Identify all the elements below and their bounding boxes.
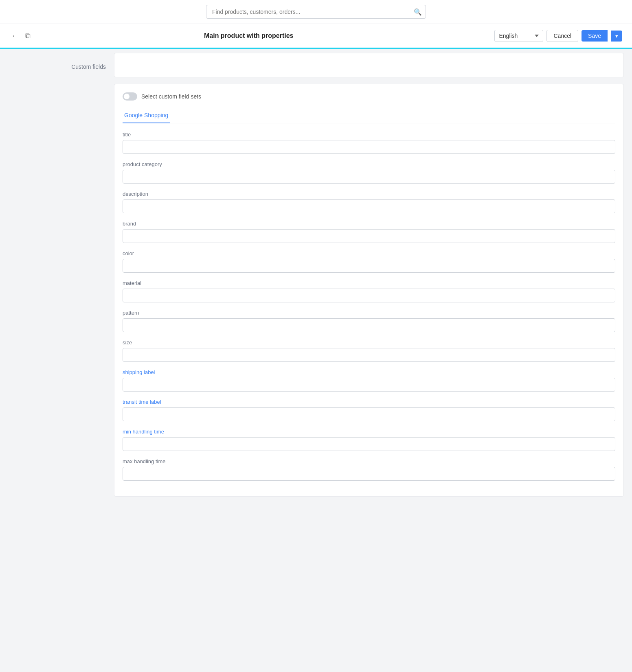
field-input-title[interactable] [123,140,615,154]
field-group-title: title [123,131,615,154]
main-panel: Select custom field sets Google Shopping… [114,49,632,519]
field-label-size: size [123,339,615,346]
search-input[interactable] [206,5,426,19]
field-label-product_category: product category [123,161,615,167]
custom-fields-label: Custom fields [8,59,106,70]
top-bar: 🔍 [0,0,632,24]
field-input-max_handling_time[interactable] [123,467,615,481]
field-group-color: color [123,250,615,273]
custom-fields-card: Select custom field sets Google Shopping… [114,84,624,497]
field-group-shipping_label: shipping label [123,369,615,392]
field-label-material: material [123,280,615,286]
field-label-brand: brand [123,221,615,227]
field-input-shipping_label[interactable] [123,378,615,392]
field-label-min_handling_time: min handling time [123,429,615,435]
field-label-transit_time_label: transit time label [123,399,615,405]
field-group-size: size [123,339,615,362]
field-input-brand[interactable] [123,229,615,243]
top-card [114,53,624,77]
search-container: 🔍 [206,5,426,19]
field-group-description: description [123,191,615,213]
field-input-min_handling_time[interactable] [123,437,615,451]
field-input-transit_time_label[interactable] [123,407,615,421]
page-content: Custom fields Select custom field sets G… [0,49,632,519]
tab-google-shopping[interactable]: Google Shopping [123,109,170,123]
language-select[interactable]: English French German Spanish [494,30,543,42]
cancel-button[interactable]: Cancel [546,30,578,42]
field-label-title: title [123,131,615,138]
field-group-brand: brand [123,221,615,243]
toggle-row: Select custom field sets [123,92,615,101]
field-group-max_handling_time: max handling time [123,458,615,481]
field-group-material: material [123,280,615,302]
field-input-pattern[interactable] [123,318,615,332]
field-input-description[interactable] [123,199,615,213]
toggle-slider [123,92,137,101]
field-group-min_handling_time: min handling time [123,429,615,451]
field-group-pattern: pattern [123,310,615,332]
sidebar: Custom fields [0,49,114,519]
field-input-material[interactable] [123,289,615,302]
field-label-color: color [123,250,615,256]
header: ← ⧉ Main product with properties English… [0,24,632,49]
field-input-color[interactable] [123,259,615,273]
save-button[interactable]: Save [582,30,608,42]
field-group-product_category: product category [123,161,615,184]
tabs: Google Shopping [123,109,615,123]
search-icon: 🔍 [414,8,422,16]
header-actions: English French German Spanish Cancel Sav… [494,30,622,42]
custom-field-sets-toggle[interactable] [123,92,137,101]
page-title: Main product with properties [8,32,489,39]
field-group-transit_time_label: transit time label [123,399,615,421]
save-dropdown-button[interactable]: ▾ [611,31,622,42]
toggle-label: Select custom field sets [141,93,201,100]
field-label-max_handling_time: max handling time [123,458,615,464]
field-label-pattern: pattern [123,310,615,316]
field-label-shipping_label: shipping label [123,369,615,375]
field-input-product_category[interactable] [123,170,615,184]
field-label-description: description [123,191,615,197]
fields-container: titleproduct categorydescriptionbrandcol… [123,131,615,481]
field-input-size[interactable] [123,348,615,362]
